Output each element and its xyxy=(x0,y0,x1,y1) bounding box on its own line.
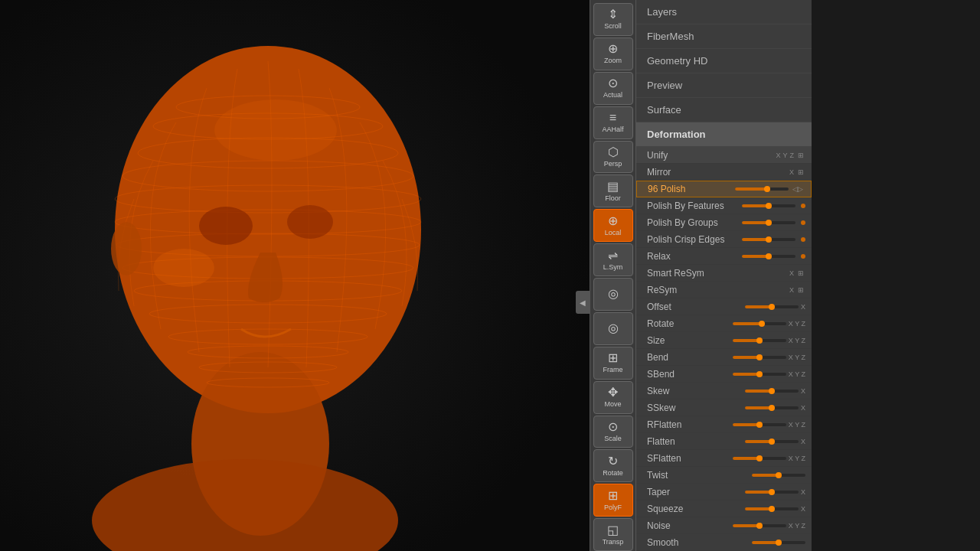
polish-crisp-edges-controls xyxy=(742,237,805,242)
zoom-button[interactable]: ⊕ Zoom xyxy=(593,37,633,70)
squeeze-controls: X xyxy=(745,505,805,513)
actual-button[interactable]: ⊙ Actual xyxy=(593,72,633,105)
size-slider[interactable] xyxy=(733,339,786,342)
panel-collapse-arrow[interactable]: ◀ xyxy=(576,291,590,314)
smooth-slider[interactable] xyxy=(752,541,805,544)
svg-point-18 xyxy=(199,207,253,245)
persp-icon: ⬡ xyxy=(608,146,619,158)
flatten-slider[interactable] xyxy=(745,440,799,443)
polyf-button[interactable]: ⊞ PolyF xyxy=(593,484,633,517)
unify-label: Unify xyxy=(647,150,776,161)
deform-polish[interactable]: 96 Polish ◁▷ xyxy=(636,181,812,197)
deform-skew[interactable]: Skew X xyxy=(636,383,812,399)
rotate-button[interactable]: ↻ Rotate xyxy=(593,449,633,482)
local-button[interactable]: ⊕ Local xyxy=(593,209,633,242)
deform-polish-crisp-edges[interactable]: Polish Crisp Edges xyxy=(636,231,812,248)
deform-polish-by-groups[interactable]: Polish By Groups xyxy=(636,214,812,231)
right-toolbar: ⇕ Scroll ⊕ Zoom ⊙ Actual ≡ AAHalf ⬡ Pers… xyxy=(590,0,635,551)
deform-rotate[interactable]: Rotate X Y Z xyxy=(636,315,812,332)
deform-taper[interactable]: Taper X xyxy=(636,484,812,500)
bend-label: Bend xyxy=(647,352,733,363)
polish-by-features-slider[interactable] xyxy=(742,204,795,207)
relax-slider[interactable] xyxy=(742,255,795,258)
polish-by-features-dot xyxy=(801,204,805,208)
polish-by-groups-slider[interactable] xyxy=(742,221,795,224)
polish-crisp-edges-slider[interactable] xyxy=(742,238,795,241)
rotate-slider[interactable] xyxy=(733,322,786,325)
resym-expand[interactable]: ⊞ xyxy=(796,285,805,295)
deform-flatten[interactable]: Flatten X xyxy=(636,433,812,450)
bend-slider[interactable] xyxy=(733,356,786,359)
sflatten-label: SFlatten xyxy=(647,453,733,464)
noise-label: Noise xyxy=(647,520,733,531)
deform-polish-by-features[interactable]: Polish By Features xyxy=(636,197,812,214)
fibermesh-menu-item[interactable]: FiberMesh xyxy=(636,24,812,49)
size-controls: X Y Z xyxy=(733,337,805,344)
offset-controls: X xyxy=(745,303,805,311)
taper-controls: X xyxy=(745,488,805,496)
unify-expand[interactable]: ⊞ xyxy=(796,151,805,160)
mirror-expand[interactable]: ⊞ xyxy=(796,168,805,177)
sskew-slider[interactable] xyxy=(745,406,799,409)
move-button[interactable]: ✥ Move xyxy=(593,381,633,414)
floor-button[interactable]: ▤ Floor xyxy=(593,174,633,207)
taper-slider[interactable] xyxy=(745,491,799,494)
polish-by-features-controls xyxy=(742,204,805,208)
frame-button[interactable]: ⊞ Frame xyxy=(593,347,633,380)
scroll-button[interactable]: ⇕ Scroll xyxy=(593,3,633,36)
deform-resym[interactable]: ReSym X ⊞ xyxy=(636,282,812,298)
smart-resym-label: Smart ReSym xyxy=(647,268,789,279)
gyro1-icon: ◎ xyxy=(608,288,619,300)
skew-controls: X xyxy=(745,387,805,395)
deform-mirror[interactable]: Mirror X ⊞ xyxy=(636,164,812,181)
deform-sbend[interactable]: SBend X Y Z xyxy=(636,366,812,383)
deform-relax[interactable]: Relax xyxy=(636,248,812,265)
lsym-button[interactable]: ⇌ L.Sym xyxy=(593,243,633,276)
deformation-header[interactable]: Deformation xyxy=(636,122,812,147)
polish-by-groups-label: Polish By Groups xyxy=(647,217,742,228)
deform-offset[interactable]: Offset X xyxy=(636,298,812,315)
actual-icon: ⊙ xyxy=(608,77,618,90)
smart-resym-expand[interactable]: ⊞ xyxy=(796,269,805,278)
deform-rflatten[interactable]: RFlatten X Y Z xyxy=(636,416,812,433)
preview-menu-item[interactable]: Preview xyxy=(636,73,812,98)
skew-slider[interactable] xyxy=(745,390,799,393)
aahalf-button[interactable]: ≡ AAHalf xyxy=(593,106,633,139)
deform-sskew[interactable]: SSkew X xyxy=(636,399,812,416)
polish-expand[interactable]: ◁▷ xyxy=(791,184,805,194)
deform-noise[interactable]: Noise X Y Z xyxy=(636,517,812,534)
noise-slider[interactable] xyxy=(733,524,786,527)
offset-slider[interactable] xyxy=(745,305,799,308)
3d-viewport[interactable]: ◀ xyxy=(0,0,590,551)
deform-smooth[interactable]: Smooth xyxy=(636,534,812,551)
sflatten-slider[interactable] xyxy=(733,457,786,460)
deform-bend[interactable]: Bend X Y Z xyxy=(636,349,812,366)
deform-unify[interactable]: Unify X Y Z ⊞ xyxy=(636,147,812,164)
deform-smart-resym[interactable]: Smart ReSym X ⊞ xyxy=(636,265,812,282)
scale-button[interactable]: ⊙ Scale xyxy=(593,416,633,448)
move-icon: ✥ xyxy=(608,386,618,399)
surface-menu-item[interactable]: Surface xyxy=(636,98,812,122)
layers-menu-item[interactable]: Layers xyxy=(636,0,812,24)
deform-twist[interactable]: Twist xyxy=(636,467,812,484)
deform-sflatten[interactable]: SFlatten X Y Z xyxy=(636,450,812,467)
transp-button[interactable]: ◱ Transp xyxy=(593,518,633,551)
rflatten-slider[interactable] xyxy=(733,423,786,426)
flatten-label: Flatten xyxy=(647,436,745,447)
sbend-slider[interactable] xyxy=(733,373,786,376)
sskew-label: SSkew xyxy=(647,403,745,413)
deform-squeeze[interactable]: Squeeze X xyxy=(636,500,812,517)
persp-button[interactable]: ⬡ Persp xyxy=(593,141,633,174)
polish-slider[interactable] xyxy=(735,187,789,191)
twist-slider[interactable] xyxy=(752,474,805,477)
geometry-hd-menu-item[interactable]: Geometry HD xyxy=(636,49,812,73)
gyro1-button[interactable]: ◎ xyxy=(593,278,633,311)
sbend-label: SBend xyxy=(647,369,733,380)
relax-dot xyxy=(801,254,805,259)
viewport-background xyxy=(0,0,590,551)
resym-label: ReSym xyxy=(647,285,789,295)
gyro2-button[interactable]: ◎ xyxy=(593,312,633,345)
squeeze-slider[interactable] xyxy=(745,507,799,510)
rotate-deform-controls: X Y Z xyxy=(733,320,805,328)
deform-size[interactable]: Size X Y Z xyxy=(636,332,812,349)
